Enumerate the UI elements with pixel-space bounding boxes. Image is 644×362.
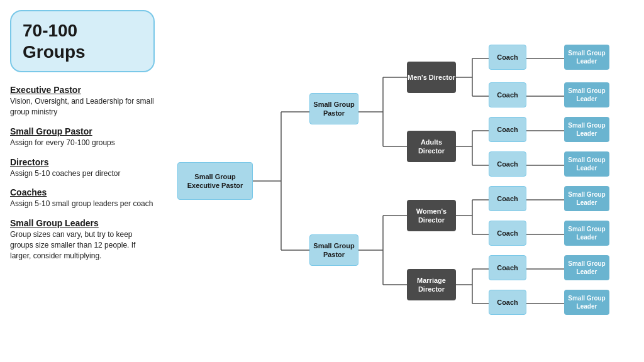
node-root: Small Group Executive Pastor bbox=[177, 162, 253, 200]
node-sgl3: Small Group Leader bbox=[564, 117, 609, 142]
node-dir3: Women's Director bbox=[407, 200, 456, 231]
node-coach1: Coach bbox=[489, 45, 526, 70]
node-sgl5: Small Group Leader bbox=[564, 186, 609, 211]
node-coach8: Coach bbox=[489, 290, 526, 315]
node-sgl4: Small Group Leader bbox=[564, 151, 609, 177]
node-sgl6: Small Group Leader bbox=[564, 221, 609, 246]
sgl-title: Small Group Leaders bbox=[10, 218, 155, 228]
node-dir1: Men's Director bbox=[407, 62, 456, 93]
left-panel: 70-100 Groups Executive Pastor Vision, O… bbox=[10, 10, 155, 352]
coaches-desc: Assign 5-10 small group leaders per coac… bbox=[10, 199, 155, 209]
node-sgl2: Small Group Leader bbox=[564, 82, 609, 107]
coaches-title: Coaches bbox=[10, 187, 155, 197]
node-dir2: Adults Director bbox=[407, 131, 456, 162]
section-sgl: Small Group Leaders Group sizes can vary… bbox=[10, 218, 155, 261]
node-sgl8: Small Group Leader bbox=[564, 290, 609, 315]
node-sgp1: Small Group Pastor bbox=[309, 93, 358, 124]
sgp-title: Small Group Pastor bbox=[10, 126, 155, 136]
section-directors: Directors Assign 5-10 coaches per direct… bbox=[10, 157, 155, 179]
directors-desc: Assign 5-10 coaches per director bbox=[10, 168, 155, 179]
page-title: 70-100 Groups bbox=[23, 20, 142, 62]
sgl-desc: Group sizes can vary, but try to keep gr… bbox=[10, 229, 155, 261]
node-dir4: Marriage Director bbox=[407, 269, 456, 300]
node-coach6: Coach bbox=[489, 221, 526, 246]
section-exec-pastor: Executive Pastor Vision, Oversight, and … bbox=[10, 85, 155, 118]
directors-title: Directors bbox=[10, 157, 155, 167]
org-chart-panel: Small Group Executive Pastor Small Group… bbox=[155, 10, 634, 352]
node-sgp2: Small Group Pastor bbox=[309, 234, 358, 266]
exec-pastor-desc: Vision, Oversight, and Leadership for sm… bbox=[10, 96, 155, 118]
section-sgp: Small Group Pastor Assign for every 70-1… bbox=[10, 126, 155, 148]
node-coach2: Coach bbox=[489, 82, 526, 107]
exec-pastor-title: Executive Pastor bbox=[10, 85, 155, 95]
node-coach3: Coach bbox=[489, 117, 526, 142]
sgp-desc: Assign for every 70-100 groups bbox=[10, 138, 155, 148]
node-coach4: Coach bbox=[489, 151, 526, 177]
title-box: 70-100 Groups bbox=[10, 10, 155, 72]
section-coaches: Coaches Assign 5-10 small group leaders … bbox=[10, 187, 155, 209]
org-chart: Small Group Executive Pastor Small Group… bbox=[155, 14, 633, 348]
node-coach7: Coach bbox=[489, 255, 526, 280]
node-coach5: Coach bbox=[489, 186, 526, 211]
node-sgl7: Small Group Leader bbox=[564, 255, 609, 280]
node-sgl1: Small Group Leader bbox=[564, 45, 609, 70]
